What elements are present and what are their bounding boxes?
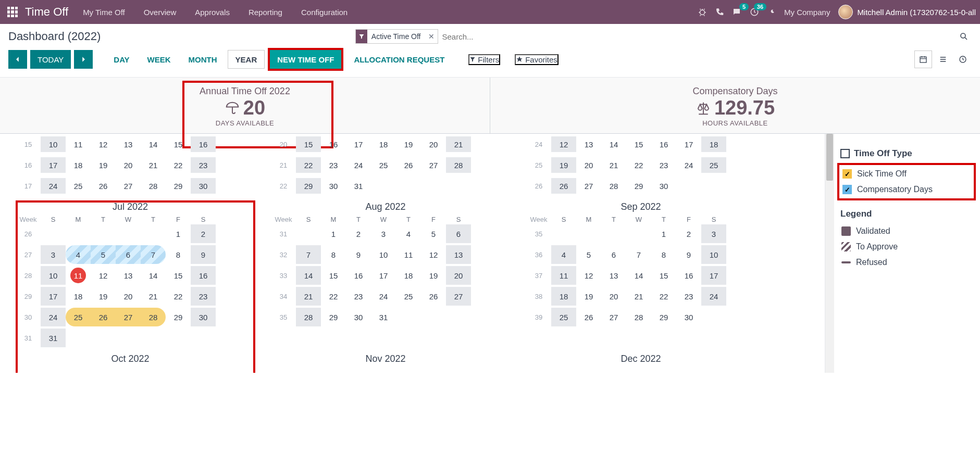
calendar-day[interactable] [701,178,726,194]
next-button[interactable] [74,50,93,69]
calendar-day[interactable]: 22 [166,287,191,306]
calendar-day[interactable]: 1 [166,224,191,243]
calendar-day[interactable] [601,224,626,243]
calendar-view-button[interactable] [914,51,932,68]
calendar-day[interactable]: 13 [116,136,141,152]
calendar-day[interactable]: 28 [296,308,321,326]
calendar-day[interactable]: 3 [701,224,726,243]
calendar-day[interactable]: 23 [321,157,346,173]
calendar-day[interactable] [296,224,321,243]
calendar-day[interactable] [446,178,471,194]
today-button[interactable]: TODAY [30,50,71,69]
calendar-day[interactable]: 3 [41,245,66,264]
calendar-day[interactable]: 22 [626,157,651,173]
calendar-day[interactable]: 16 [321,136,346,152]
calendar-day[interactable]: 27 [421,157,446,173]
calendar-day[interactable]: 26 [396,157,421,173]
calendar-day[interactable]: 18 [66,157,91,173]
calendar-day[interactable]: 29 [166,178,191,194]
calendar-day[interactable]: 13 [446,245,471,264]
calendar-day[interactable]: 5 [421,224,446,243]
calendar-day[interactable]: 24 [41,308,66,326]
calendar-day[interactable]: 20 [601,287,626,306]
calendar-day[interactable] [701,308,726,326]
calendar-day[interactable]: 1 [651,224,676,243]
calendar-day[interactable]: 19 [551,157,576,173]
calendar-day[interactable]: 29 [321,308,346,326]
calendar-day[interactable]: 28 [141,308,166,326]
calendar-day[interactable]: 22 [651,287,676,306]
menu-approvals[interactable]: Approvals [193,6,232,19]
calendar-day[interactable]: 9 [346,245,371,264]
calendar-day[interactable]: 27 [601,308,626,326]
calendar-day[interactable]: 11 [66,266,91,285]
calendar-day[interactable]: 10 [371,245,396,264]
calendar-day[interactable]: 7 [626,245,651,264]
calendar-day[interactable]: 25 [66,178,91,194]
calendar-day[interactable]: 26 [91,308,116,326]
calendar-day[interactable]: 22 [321,287,346,306]
facet-remove-icon[interactable]: ✕ [425,32,438,41]
calendar-day[interactable]: 14 [296,266,321,285]
calendar-day[interactable]: 13 [116,266,141,285]
calendar-day[interactable]: 12 [91,136,116,152]
calendar-day[interactable]: 20 [116,287,141,306]
calendar-day[interactable]: 16 [651,136,676,152]
prev-button[interactable] [8,50,27,69]
phone-icon[interactable] [715,8,724,16]
calendar-day[interactable]: 30 [191,308,216,326]
tools-icon[interactable] [767,8,776,16]
view-week[interactable]: WEEK [140,50,178,69]
calendar-day[interactable] [41,224,66,243]
calendar-day[interactable]: 26 [91,178,116,194]
app-brand[interactable]: Time Off [25,5,68,19]
calendar-day[interactable]: 21 [601,157,626,173]
calendar-day[interactable]: 2 [676,224,701,243]
debug-icon[interactable] [698,7,707,17]
calendar-day[interactable]: 20 [116,157,141,173]
calendar-day[interactable]: 14 [601,136,626,152]
calendar-day[interactable]: 4 [551,245,576,264]
calendar-day[interactable]: 11 [396,245,421,264]
calendar-day[interactable]: 22 [296,157,321,173]
calendar-day[interactable]: 10 [701,245,726,264]
calendar-day[interactable]: 14 [626,266,651,285]
calendar-day[interactable]: 9 [676,245,701,264]
calendar-day[interactable]: 18 [66,287,91,306]
summary-annual[interactable]: Annual Time Off 2022 20 DAYS AVAILABLE [0,78,490,133]
calendar-day[interactable]: 21 [446,136,471,152]
calendar-day[interactable]: 11 [551,266,576,285]
calendar-day[interactable]: 25 [551,308,576,326]
calendar-day[interactable] [551,224,576,243]
calendar-day[interactable]: 16 [676,266,701,285]
calendar-day[interactable]: 31 [371,308,396,326]
calendar-day[interactable]: 7 [296,245,321,264]
calendar-day[interactable] [66,329,91,347]
calendar-day[interactable]: 18 [551,287,576,306]
calendar-day[interactable]: 26 [421,287,446,306]
menu-overview[interactable]: Overview [142,6,179,19]
calendar-day[interactable] [116,329,141,347]
calendar-day[interactable]: 17 [676,136,701,152]
calendar-day[interactable]: 15 [166,136,191,152]
calendar-day[interactable]: 21 [141,157,166,173]
legend-comp[interactable]: ✓ Compensatory Days [841,182,972,197]
calendar-day[interactable]: 25 [66,308,91,326]
calendar-day[interactable]: 5 [91,245,116,264]
calendar-day[interactable]: 14 [141,266,166,285]
calendar-day[interactable]: 22 [166,157,191,173]
calendar-day[interactable] [191,329,216,347]
calendar-day[interactable]: 20 [421,136,446,152]
calendar-day[interactable]: 10 [41,266,66,285]
calendar-day[interactable]: 4 [396,224,421,243]
calendar-day[interactable]: 28 [446,157,471,173]
calendar-day[interactable]: 31 [41,329,66,347]
list-view-button[interactable] [934,51,952,68]
calendar-day[interactable]: 21 [626,287,651,306]
calendar-day[interactable]: 19 [91,157,116,173]
activities-icon[interactable]: 36 [750,7,759,17]
calendar-day[interactable]: 31 [346,178,371,194]
calendar-day[interactable]: 30 [191,178,216,194]
calendar-day[interactable]: 26 [576,308,601,326]
user-menu[interactable]: Mitchell Admin (17320762-15-0-all [838,5,976,19]
